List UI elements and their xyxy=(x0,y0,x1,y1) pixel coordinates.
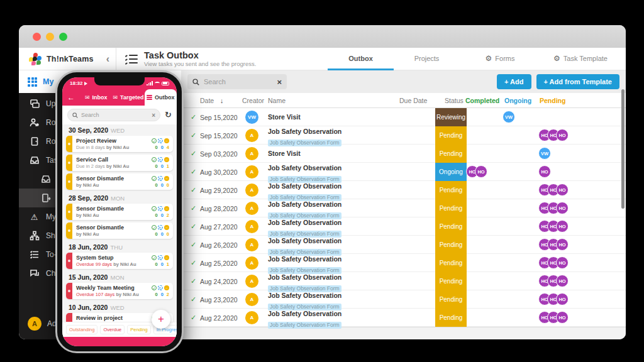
task-status-icons: ✓↻– xyxy=(152,176,169,181)
pending-icon: – xyxy=(164,285,169,290)
rooms-icon xyxy=(29,136,40,147)
creator-avatar: A xyxy=(245,238,258,251)
count-value: 4 xyxy=(167,145,169,150)
column-ongoing[interactable]: Ongoing xyxy=(504,97,531,104)
task-card[interactable]: Sensor Dismantleby Niki Au✓↻–002 xyxy=(66,204,173,220)
pending-icon: – xyxy=(164,138,169,143)
check-icon: ✓ xyxy=(191,131,196,140)
tab-forms[interactable]: ⚙Forms xyxy=(460,48,540,70)
check-icon: ✓ xyxy=(191,259,196,267)
task-date: Aug 28,2020 xyxy=(200,205,238,212)
zoom-window-button[interactable] xyxy=(59,33,67,41)
filter-chip-pending[interactable]: Pending xyxy=(127,325,151,334)
table-row[interactable]: ✓Aug 27,2020AJob Safety ObservationJob S… xyxy=(181,217,626,236)
sidebar-collapse-button[interactable]: ‹ xyxy=(100,53,116,65)
table-row[interactable]: ✓Sep 03,2020AStore VisitPendingVW xyxy=(181,145,626,163)
scrollbar-thumb[interactable] xyxy=(621,89,625,209)
assignee-avatar: HO xyxy=(556,129,569,141)
tasks-icon xyxy=(29,155,40,166)
group-day: MON xyxy=(110,274,124,281)
task-date: Aug 26,2020 xyxy=(200,241,238,249)
count-value: 2 xyxy=(167,292,169,297)
add-button[interactable]: + Add xyxy=(497,74,531,89)
task-card[interactable]: System SetupOverdue 99 days by Niki Au✓↻… xyxy=(66,253,173,269)
chat-icon xyxy=(29,268,40,279)
task-card[interactable]: Weekly Team MeetingOverdue 107 days by N… xyxy=(66,283,173,299)
clear-search-icon[interactable]: × xyxy=(277,77,282,87)
count-value: 0 xyxy=(167,231,169,237)
table-row[interactable]: ✓Aug 23,2020AJob Safety ObservationJob S… xyxy=(181,290,626,309)
table-row[interactable]: ✓Aug 22,2020AJob Safety ObservationJob S… xyxy=(181,309,626,327)
column-creator[interactable]: Creator xyxy=(242,97,264,104)
macos-titlebar xyxy=(19,25,626,48)
task-card[interactable]: Project ReviewDue in 8 days by Niki Au✓↻… xyxy=(66,136,173,152)
phone-tab-targeted[interactable]: ✉Targeted xyxy=(112,89,144,106)
task-card[interactable]: Sensor Dismantleby Niki Au✓↻–000 xyxy=(66,173,173,190)
page-title: Task Outbox xyxy=(144,51,256,60)
column-due-date[interactable]: Due Date xyxy=(399,97,427,104)
task-name: Job Safety Observation xyxy=(268,292,341,300)
clear-search-icon[interactable]: × xyxy=(152,112,155,119)
task-card[interactable]: Sensor Dismantleby Niki Au✓↻–000 xyxy=(66,222,173,239)
add-from-template-button[interactable]: + Add from Template xyxy=(536,74,620,89)
group-date: 10 Jun, 2020 xyxy=(69,304,108,311)
phone-tab-inbox[interactable]: ✉Inbox xyxy=(80,89,112,106)
phone-search-input[interactable]: Search × xyxy=(67,109,160,121)
tab-projects[interactable]: Projects xyxy=(394,48,460,70)
table-row[interactable]: ✓Sep 15,2020AJob Safety ObservationJob S… xyxy=(181,126,626,145)
done-icon: ✓ xyxy=(152,138,157,143)
location-arrow-icon xyxy=(84,82,87,85)
brand-logo[interactable]: Th!nkTeams xyxy=(19,53,100,65)
table-header: Date ↓ Creator Name Due Date Status Comp… xyxy=(181,93,626,108)
tab-outbox[interactable]: Outbox xyxy=(328,48,394,70)
date-group-header: 18 Jun, 2020THU xyxy=(62,241,177,251)
column-date[interactable]: Date xyxy=(200,97,214,104)
close-window-button[interactable] xyxy=(33,33,41,41)
table-row[interactable]: ✓Aug 25,2020AJob Safety ObservationJob S… xyxy=(181,254,626,272)
completed-avatars: HOHO xyxy=(466,165,487,178)
status-badge: Pending xyxy=(435,145,467,163)
gear-icon: ⚙ xyxy=(486,54,492,63)
task-status-icons: ✓↻– xyxy=(152,206,169,211)
task-name: Store Visit xyxy=(268,150,301,158)
count-value: 0 xyxy=(155,212,157,218)
table-row[interactable]: ✓Aug 26,2020AJob Safety ObservationJob S… xyxy=(181,236,626,254)
refresh-icon[interactable]: ↻ xyxy=(165,111,172,119)
column-name[interactable]: Name xyxy=(268,97,286,104)
sort-arrow-icon[interactable]: ↓ xyxy=(220,97,223,104)
filter-chip-outstanding[interactable]: Outstanding xyxy=(66,325,97,334)
updates-icon xyxy=(29,99,40,109)
count-value: 0 xyxy=(161,145,164,150)
table-row[interactable]: ✓Aug 29,2020AJob Safety ObservationJob S… xyxy=(181,181,626,199)
filter-chip-overdue[interactable]: Overdue xyxy=(100,325,125,334)
table-row[interactable]: ✓Aug 28,2020AJob Safety ObservationJob S… xyxy=(181,199,626,217)
minimize-window-button[interactable] xyxy=(46,33,54,41)
task-counts: 002 xyxy=(155,292,169,297)
inprogress-icon: ↻ xyxy=(158,255,163,260)
sharing-icon xyxy=(29,231,40,241)
back-arrow-icon[interactable]: ← xyxy=(62,89,80,106)
add-task-fab[interactable]: + xyxy=(152,310,170,329)
group-date: 15 Jun, 2020 xyxy=(69,273,108,281)
phone-tab-outbox[interactable]: Outbox xyxy=(145,89,177,106)
check-icon: ✓ xyxy=(191,277,196,285)
avatar: A xyxy=(28,317,42,331)
date-group-header: 30 Sep, 2020WED xyxy=(62,124,177,134)
creator-avatar: A xyxy=(245,165,258,178)
count-value: 0 xyxy=(155,163,157,169)
table-row[interactable]: ✓Sep 15,2020VWStore VisitReviewingVW xyxy=(181,108,626,126)
table-row[interactable]: ✓Aug 30,2020AJob Safety ObservationJob S… xyxy=(181,163,626,181)
tab-task-template[interactable]: ⚙Task Template xyxy=(540,48,621,70)
task-name: Job Safety Observation xyxy=(268,128,341,136)
count-value: 0 xyxy=(167,182,169,188)
table-row[interactable]: ✓Aug 24,2020AJob Safety ObservationJob S… xyxy=(181,272,626,290)
column-status[interactable]: Status xyxy=(445,97,464,104)
search-input[interactable]: Search × xyxy=(187,74,287,89)
task-status-icons: ✓↻– xyxy=(152,255,169,260)
column-completed[interactable]: Completed xyxy=(465,97,499,104)
phone-task-list: 30 Sep, 2020WEDProject ReviewDue in 8 da… xyxy=(62,124,177,322)
task-card[interactable]: Service CallDue in 2 days by Niki Au✓↻–0… xyxy=(66,155,173,171)
task-date: Aug 23,2020 xyxy=(200,296,238,304)
assignee-avatar: HO xyxy=(556,275,569,287)
column-pending[interactable]: Pending xyxy=(540,97,565,104)
